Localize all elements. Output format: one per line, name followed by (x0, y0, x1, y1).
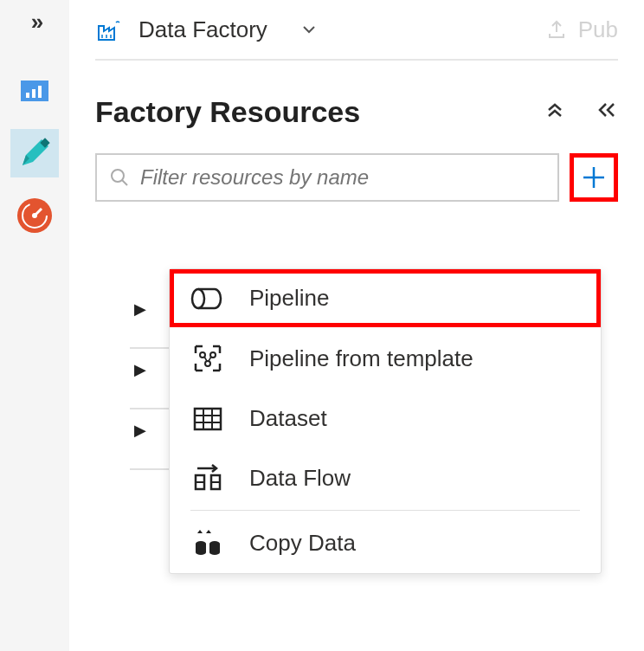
svg-rect-25 (195, 409, 221, 429)
svg-rect-3 (32, 89, 35, 98)
menu-item-label: Pipeline from template (249, 345, 473, 372)
svg-point-19 (192, 289, 204, 308)
search-icon (109, 167, 130, 188)
pipeline-icon (190, 286, 225, 312)
template-icon (190, 343, 225, 374)
chevron-down-icon[interactable] (300, 21, 318, 38)
left-nav-rail: » (0, 0, 69, 651)
menu-item-label: Data Flow (249, 465, 351, 492)
menu-item-pipeline[interactable]: Pipeline (170, 269, 601, 327)
tree-divider (130, 408, 170, 409)
filter-row (95, 153, 618, 202)
menu-item-copydata[interactable]: Copy Data (170, 512, 601, 573)
upload-icon (545, 18, 568, 41)
overview-nav-icon[interactable] (10, 67, 59, 115)
tree-divider (130, 347, 170, 349)
dataflow-icon (190, 463, 225, 493)
main-panel: Data Factory Pub Factory Resources (69, 0, 644, 202)
author-nav-icon[interactable] (10, 129, 59, 177)
factory-icon (95, 16, 123, 43)
filter-input[interactable] (140, 165, 545, 190)
collapse-up-icon[interactable] (545, 100, 564, 125)
svg-line-23 (204, 357, 207, 361)
svg-line-24 (209, 357, 211, 361)
monitor-nav-icon[interactable] (10, 191, 59, 240)
menu-item-dataflow[interactable]: Data Flow (170, 448, 601, 508)
svg-rect-2 (26, 93, 29, 98)
svg-line-16 (122, 180, 127, 185)
copydata-icon (190, 528, 225, 558)
menu-item-pipeline-template[interactable]: Pipeline from template (170, 327, 601, 390)
publish-label: Pub (578, 16, 618, 43)
svg-point-15 (112, 170, 124, 182)
add-resource-button[interactable] (570, 153, 618, 202)
plus-icon (578, 162, 609, 193)
svg-point-22 (205, 361, 210, 366)
section-title: Factory Resources (95, 95, 360, 129)
menu-item-label: Dataset (249, 405, 327, 432)
tree-divider (130, 468, 170, 470)
svg-rect-4 (38, 86, 42, 98)
breadcrumb-label[interactable]: Data Factory (138, 16, 267, 43)
filter-input-wrapper[interactable] (95, 153, 559, 202)
menu-divider (190, 510, 580, 511)
pencil-icon (17, 136, 52, 171)
gauge-icon (16, 197, 54, 235)
menu-item-label: Pipeline (249, 285, 330, 312)
section-header: Factory Resources (95, 95, 618, 129)
publish-button[interactable]: Pub (545, 16, 618, 43)
menu-item-label: Copy Data (249, 530, 356, 557)
tree-expand-arrow[interactable]: ▶ (134, 360, 146, 379)
dataset-icon (190, 406, 225, 432)
svg-point-11 (32, 213, 37, 218)
new-resource-menu: Pipeline Pipeline from template D (169, 268, 602, 574)
header-bar: Data Factory Pub (95, 0, 618, 61)
menu-item-dataset[interactable]: Dataset (170, 390, 601, 448)
expand-rail-icon[interactable]: » (31, 9, 38, 35)
collapse-left-icon[interactable] (596, 100, 618, 125)
tree-expand-arrow[interactable]: ▶ (134, 300, 146, 319)
tree-expand-arrow[interactable]: ▶ (134, 421, 146, 440)
overview-icon (17, 74, 52, 108)
